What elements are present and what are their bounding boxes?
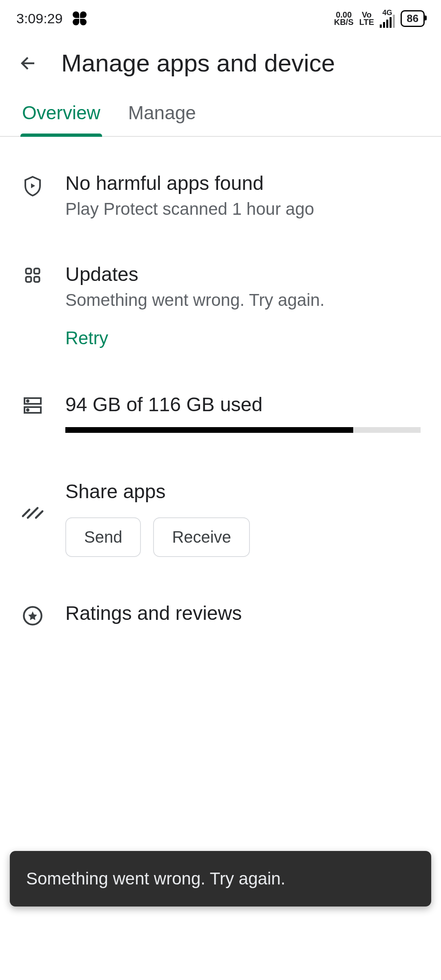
snackbar-toast: Something went wrong. Try again.	[10, 851, 431, 906]
nearby-share-icon	[21, 506, 44, 521]
svg-rect-2	[26, 277, 31, 282]
tabs-row: Overview Manage	[0, 94, 441, 137]
shield-play-icon	[23, 175, 42, 196]
send-button[interactable]: Send	[65, 517, 141, 557]
app-header: Manage apps and device	[0, 37, 441, 94]
arrow-left-icon	[19, 53, 38, 73]
share-apps-section: Share apps Send Receive	[0, 445, 441, 569]
data-rate-indicator: 0.00 KB/S	[334, 11, 354, 26]
updates-subtitle: Something went wrong. Try again.	[65, 290, 421, 310]
storage-icon	[23, 396, 42, 414]
protect-title: No harmful apps found	[65, 172, 421, 194]
signal-strength-icon	[380, 16, 395, 28]
svg-point-7	[27, 409, 29, 411]
status-bar: 3:09:29 0.00 KB/S Vo LTE 4G 86	[0, 0, 441, 37]
ratings-title: Ratings and reviews	[65, 602, 421, 624]
snackbar-message: Something went wrong. Try again.	[26, 869, 285, 888]
storage-progress-fill	[65, 427, 353, 433]
tab-overview[interactable]: Overview	[20, 94, 102, 136]
play-protect-section[interactable]: No harmful apps found Play Protect scann…	[0, 137, 441, 231]
apps-grid-icon	[24, 266, 42, 284]
battery-indicator: 86	[401, 10, 425, 27]
svg-rect-3	[34, 277, 40, 282]
updates-section[interactable]: Updates Something went wrong. Try again.…	[0, 231, 441, 361]
svg-rect-0	[26, 269, 31, 274]
storage-progress-bar	[65, 427, 421, 433]
star-circle-icon	[22, 605, 43, 626]
ratings-reviews-section[interactable]: Ratings and reviews	[0, 569, 441, 641]
network-type: 4G	[380, 9, 395, 28]
svg-point-6	[27, 400, 29, 402]
retry-button[interactable]: Retry	[65, 328, 108, 348]
updates-title: Updates	[65, 263, 421, 285]
share-title: Share apps	[65, 480, 421, 503]
volte-indicator: Vo LTE	[359, 11, 374, 26]
tab-manage[interactable]: Manage	[127, 94, 198, 136]
status-time: 3:09:29	[16, 11, 62, 27]
protect-subtitle: Play Protect scanned 1 hour ago	[65, 199, 421, 219]
svg-rect-1	[34, 269, 40, 274]
notification-icon	[72, 11, 87, 26]
receive-button[interactable]: Receive	[153, 517, 250, 557]
storage-section[interactable]: 94 GB of 116 GB used	[0, 361, 441, 445]
storage-title: 94 GB of 116 GB used	[65, 393, 421, 416]
page-title: Manage apps and device	[61, 49, 335, 77]
back-button[interactable]	[16, 51, 41, 76]
